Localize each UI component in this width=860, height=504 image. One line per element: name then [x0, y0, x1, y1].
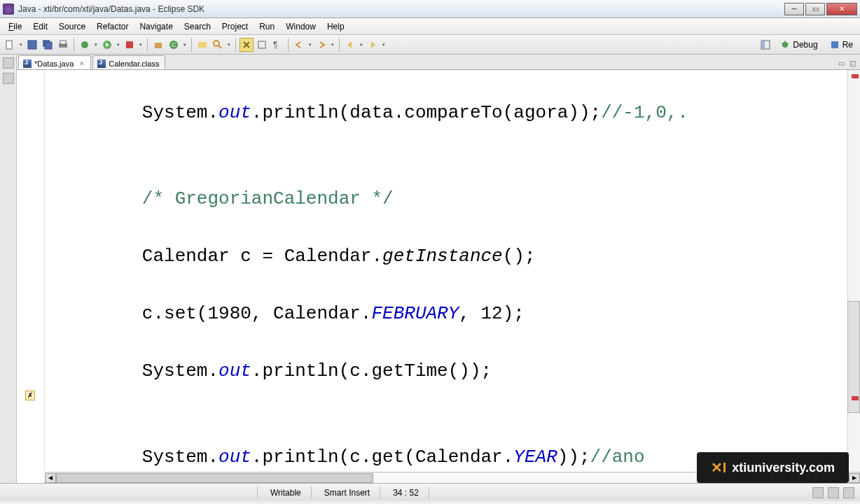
forward-button[interactable] — [366, 38, 380, 52]
new-package-button[interactable] — [151, 38, 165, 52]
separator — [235, 38, 236, 52]
titlebar: Java - xti/br/com/xti/java/Datas.java - … — [0, 0, 860, 18]
resource-icon — [829, 39, 840, 50]
menu-help[interactable]: Help — [321, 20, 350, 34]
search-dropdown[interactable]: ▾ — [226, 38, 232, 52]
run-dropdown[interactable]: ▾ — [116, 38, 121, 52]
svg-rect-12 — [198, 42, 207, 48]
svg-rect-5 — [60, 41, 66, 44]
status-icon[interactable] — [828, 487, 839, 498]
editor-area: *Datas.java ✕ Calendar.class ▭ ◱ ✗ Syste… — [17, 55, 860, 483]
svg-rect-15 — [258, 41, 265, 48]
ext-tools-dropdown[interactable]: ▾ — [138, 38, 144, 52]
new-button[interactable] — [3, 38, 17, 52]
tab-label: *Datas.java — [34, 59, 74, 68]
debug-dropdown[interactable]: ▾ — [93, 38, 99, 52]
error-mark[interactable] — [852, 74, 859, 78]
ext-tools-button[interactable] — [123, 38, 137, 52]
status-icon[interactable] — [812, 487, 824, 498]
menu-file[interactable]: File — [3, 20, 27, 34]
maximize-button[interactable]: ▭ — [805, 3, 825, 15]
next-ann-dropdown[interactable]: ▾ — [307, 38, 313, 52]
scroll-left-button[interactable]: ◀ — [45, 473, 56, 483]
menu-refactor[interactable]: Refactor — [91, 20, 134, 34]
prev-ann-dropdown[interactable]: ▾ — [330, 38, 335, 52]
scroll-thumb[interactable] — [56, 473, 373, 483]
svg-rect-3 — [45, 42, 52, 49]
java-file-icon — [23, 59, 32, 68]
separator — [191, 38, 192, 52]
prev-ann-button[interactable] — [314, 38, 328, 52]
menu-window[interactable]: Window — [280, 20, 321, 34]
outline-icon[interactable] — [3, 73, 14, 84]
new-class-dropdown[interactable]: ▾ — [182, 38, 188, 52]
menu-run[interactable]: Run — [254, 20, 280, 34]
back-button[interactable] — [343, 38, 357, 52]
svg-text:C: C — [172, 41, 176, 48]
tab-close-icon[interactable]: ✕ — [79, 60, 85, 67]
svg-rect-9 — [155, 43, 162, 48]
close-button[interactable]: ✕ — [826, 3, 857, 15]
menu-source[interactable]: Source — [53, 20, 91, 34]
statusbar: Writable Smart Insert 34 : 52 — [0, 483, 860, 501]
debug-button[interactable] — [78, 38, 92, 52]
open-perspective-button[interactable] — [758, 38, 772, 52]
run-button[interactable] — [100, 38, 114, 52]
code-editor[interactable]: System.out.println(data.compareTo(agora)… — [45, 70, 847, 472]
package-explorer-icon[interactable] — [3, 57, 14, 69]
overview-ruler[interactable] — [847, 70, 860, 472]
menu-project[interactable]: Project — [216, 20, 254, 34]
separator — [288, 38, 289, 52]
menu-navigate[interactable]: Navigate — [134, 20, 178, 34]
toggle-block-button[interactable] — [255, 38, 269, 52]
class-file-icon — [97, 59, 106, 68]
debug-perspective[interactable]: Debug — [775, 38, 821, 52]
svg-text:¶: ¶ — [273, 40, 277, 50]
new-class-button[interactable]: C — [167, 38, 181, 52]
debug-perspective-label: Debug — [793, 40, 817, 50]
watermark: ✕I xtiuniversity.com — [697, 452, 849, 483]
print-button[interactable] — [56, 38, 70, 52]
watermark-text: xtiuniversity.com — [732, 461, 835, 475]
svg-rect-8 — [126, 41, 133, 48]
svg-rect-18 — [761, 41, 765, 49]
error-mark[interactable] — [852, 396, 859, 400]
last-edit-button[interactable] — [292, 38, 306, 52]
left-view-stack — [0, 55, 17, 483]
status-position: 34 : 52 — [383, 486, 429, 499]
toggle-mark-button[interactable] — [240, 38, 254, 52]
search-button[interactable] — [211, 38, 225, 52]
menubar: File Edit Source Refactor Navigate Searc… — [0, 18, 860, 35]
error-marker-icon[interactable]: ✗ — [25, 391, 35, 400]
open-type-button[interactable] — [195, 38, 209, 52]
minimize-view-icon[interactable]: ▭ — [836, 59, 846, 69]
code-ruler[interactable]: ✗ — [17, 70, 45, 472]
status-icon[interactable] — [843, 487, 854, 498]
resource-perspective-label: Re — [842, 40, 853, 50]
toggle-ws-button[interactable]: ¶ — [270, 38, 284, 52]
editor-tabs: *Datas.java ✕ Calendar.class ▭ ◱ — [17, 55, 860, 70]
app-icon — [3, 4, 14, 15]
tab-datas[interactable]: *Datas.java ✕ — [18, 55, 91, 69]
new-dropdown[interactable]: ▾ — [18, 38, 24, 52]
menu-edit[interactable]: Edit — [27, 20, 53, 34]
forward-dropdown[interactable]: ▾ — [381, 38, 387, 52]
watermark-logo-icon: ✕I — [711, 459, 727, 476]
scroll-right-button[interactable]: ▶ — [849, 473, 860, 483]
back-dropdown[interactable]: ▾ — [359, 38, 364, 52]
separator — [74, 38, 74, 52]
resource-perspective[interactable]: Re — [825, 38, 857, 52]
svg-line-14 — [219, 46, 221, 48]
save-all-button[interactable] — [41, 38, 55, 52]
menu-search[interactable]: Search — [179, 20, 216, 34]
save-button[interactable] — [25, 38, 39, 52]
minimize-button[interactable]: ─ — [784, 3, 804, 15]
tab-calendar[interactable]: Calendar.class — [92, 55, 165, 69]
toolbar: ▾ ▾ ▾ ▾ C ▾ ▾ ¶ ▾ ▾ ▾ ▾ Debug Re — [0, 35, 860, 55]
window-title: Java - xti/br/com/xti/java/Datas.java - … — [18, 4, 784, 14]
svg-rect-23 — [831, 41, 838, 48]
separator — [339, 38, 340, 52]
svg-rect-1 — [28, 41, 36, 49]
maximize-view-icon[interactable]: ◱ — [847, 59, 857, 69]
tab-label: Calendar.class — [109, 59, 159, 68]
